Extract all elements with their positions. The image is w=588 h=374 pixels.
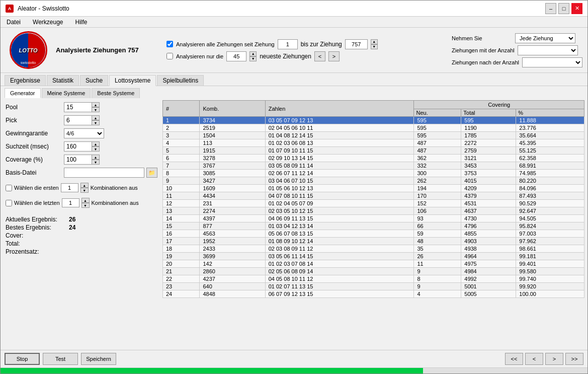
newest-label: neueste Ziehungen	[260, 53, 311, 60]
minimize-button[interactable]: –	[545, 3, 556, 14]
cell-id: 19	[163, 253, 200, 260]
cell-id: 8	[163, 170, 200, 177]
cover-label: Cover:	[6, 232, 66, 239]
coverage-up[interactable]: ▲	[92, 155, 100, 160]
basis-input[interactable]	[64, 168, 144, 178]
prozentsatz-row: Prozentsatz:	[6, 248, 157, 255]
pool-label: Pool	[6, 104, 61, 111]
table-row: 14439704 06 09 11 13 1593473094.505	[163, 215, 584, 222]
nav-last-button[interactable]: >>	[565, 353, 583, 365]
stop-button[interactable]: Stop	[5, 353, 40, 365]
tab-statistik[interactable]: Statistik	[47, 75, 79, 86]
maximize-button[interactable]: □	[558, 3, 569, 14]
test-button[interactable]: Test	[43, 353, 78, 365]
ersten-down[interactable]: ▼	[80, 188, 89, 193]
cell-total: 4015	[461, 177, 516, 185]
coverage-input[interactable]	[64, 155, 92, 165]
to-spin-down[interactable]: ▼	[371, 44, 378, 49]
table-row: 17195201 08 09 10 12 1448490397.962	[163, 238, 584, 245]
tab-lottosysteme[interactable]: Lottosysteme	[109, 75, 156, 86]
coverage-down[interactable]: ▼	[92, 160, 100, 165]
pool-input[interactable]	[64, 102, 92, 112]
cell-neu: 595	[414, 124, 461, 132]
cell-zahlen: 01 04 08 12 14 15	[265, 132, 414, 139]
cell-pct: 23.776	[516, 124, 584, 132]
pool-down[interactable]: ▼	[92, 107, 100, 112]
to-spin-up[interactable]: ▲	[371, 39, 378, 44]
cell-neu: 487	[414, 147, 461, 155]
nav-first-button[interactable]: <<	[505, 353, 523, 365]
cell-komb: 113	[200, 139, 265, 147]
ziehungen-anzahl-select[interactable]	[518, 45, 578, 55]
cell-id: 5	[163, 147, 200, 155]
newest-input[interactable]	[226, 51, 246, 61]
letzten-num[interactable]	[62, 198, 79, 207]
menu-werkzeuge[interactable]: Werkzeuge	[31, 18, 65, 26]
cell-zahlen: 03 04 06 07 10 15	[265, 177, 414, 185]
cell-neu: 4	[414, 290, 461, 298]
table-header-row: # Komb. Zahlen Covering	[163, 101, 584, 109]
tab-spielbulletins[interactable]: Spielbulletins	[157, 75, 204, 86]
cell-id: 10	[163, 185, 200, 192]
menu-datei[interactable]: Datei	[5, 18, 23, 26]
ziehungen-nach-select[interactable]	[522, 57, 582, 67]
letzten-down[interactable]: ▼	[81, 203, 90, 208]
pool-up[interactable]: ▲	[92, 102, 100, 107]
tab-suche[interactable]: Suche	[80, 75, 108, 86]
checkbox-alle[interactable]	[166, 41, 173, 47]
suchzeit-input[interactable]	[64, 141, 92, 152]
cell-pct: 95.824	[516, 222, 584, 230]
speichern-button[interactable]: Speichern	[81, 353, 116, 365]
cell-komb: 4563	[200, 230, 265, 238]
file-row: 📁	[64, 168, 157, 178]
suchzeit-up[interactable]: ▲	[92, 141, 100, 146]
letzten-up[interactable]: ▲	[81, 198, 90, 203]
pick-up[interactable]: ▲	[92, 115, 100, 120]
from-input[interactable]	[278, 39, 298, 49]
pick-input[interactable]	[64, 115, 92, 125]
tab-ergebnisse[interactable]: Ergebnisse	[5, 75, 46, 86]
cell-zahlen: 01 02 07 11 13 15	[265, 283, 414, 290]
suchzeit-down[interactable]: ▼	[92, 146, 100, 152]
checkbox-letzten[interactable]	[6, 200, 12, 206]
checkbox-nur[interactable]	[166, 53, 173, 59]
cell-komb: 4434	[200, 192, 265, 200]
cell-neu: 362	[414, 155, 461, 162]
sub-tab-generator[interactable]: Generator	[5, 88, 41, 98]
cell-total: 4637	[461, 207, 516, 215]
nehmen-select[interactable]: Jede Ziehung	[515, 33, 575, 43]
close-button[interactable]: ✕	[571, 3, 582, 14]
cell-pct: 55.125	[516, 147, 584, 155]
file-browse-button[interactable]: 📁	[146, 168, 157, 178]
cell-zahlen: 02 03 08 09 11 12	[265, 245, 414, 253]
nehmen-row: Nehmen Sie Jede Ziehung	[452, 33, 582, 43]
menu-hilfe[interactable]: Hilfe	[73, 18, 90, 26]
ersten-up[interactable]: ▲	[80, 183, 89, 188]
basis-row: Basis-Datei 📁	[6, 168, 157, 178]
col-header-komb: Komb.	[200, 101, 265, 117]
to-input[interactable]	[345, 39, 368, 49]
sub-tab-beste[interactable]: Beste Systeme	[92, 88, 140, 98]
table-row: 13227402 03 05 10 12 15106463792.647	[163, 207, 584, 215]
checkbox-ersten[interactable]	[6, 185, 12, 191]
table-row: 9342703 04 06 07 10 15262401580.220	[163, 177, 584, 185]
nav-next-button[interactable]: >	[545, 353, 563, 365]
cell-komb: 1504	[200, 132, 265, 139]
nav-prev-button[interactable]: <	[525, 353, 543, 365]
gewinn-select[interactable]: 4/6	[64, 128, 104, 138]
newest-spin-up[interactable]: ▲	[249, 51, 257, 56]
pick-down[interactable]: ▼	[92, 120, 100, 125]
total-row: Total:	[6, 240, 157, 247]
ersten-num[interactable]	[61, 183, 78, 192]
cell-total: 2272	[461, 139, 516, 147]
title-bar-controls: – □ ✕	[545, 3, 582, 14]
coverage-spinner: ▲ ▼	[64, 155, 100, 165]
main-window: A Aleator - Swisslotto – □ ✕ Datei Werkz…	[0, 0, 588, 374]
cell-total: 4964	[461, 253, 516, 260]
nav-next-btn[interactable]: >	[328, 51, 340, 61]
sub-tab-meine[interactable]: Meine Systeme	[42, 88, 91, 98]
ziehungen-nach-row: Ziehungen nach der Anzahl	[452, 57, 582, 67]
cell-id: 20	[163, 260, 200, 268]
newest-spin-down[interactable]: ▼	[249, 56, 257, 61]
nav-prev-btn[interactable]: <	[314, 51, 325, 61]
